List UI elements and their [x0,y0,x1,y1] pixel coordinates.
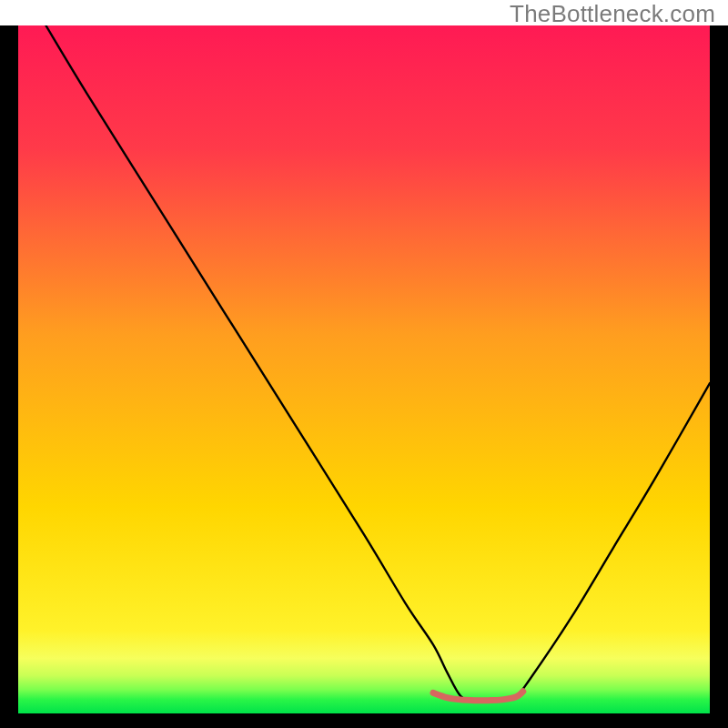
frame-bottom [0,713,728,728]
watermark-text: TheBottleneck.com [510,0,715,28]
frame-left [0,25,18,713]
chart-svg [18,25,710,713]
plot-area [18,25,710,713]
frame-right [710,25,728,713]
gradient-background [18,25,710,713]
chart-container: TheBottleneck.com [0,0,728,728]
